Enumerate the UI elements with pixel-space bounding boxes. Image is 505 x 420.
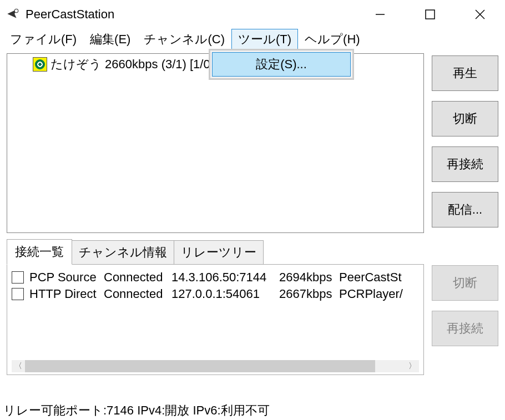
conn-addr: 14.3.106.50:7144 (171, 270, 279, 285)
disconnect-button[interactable]: 切断 (432, 101, 498, 136)
svg-rect-2 (426, 10, 435, 19)
tab-body: PCP Source Connected 14.3.106.50:7144 26… (7, 264, 424, 375)
connection-buttons: 切断 再接続 (432, 240, 498, 375)
conn-proto: PCP Source (29, 270, 104, 285)
conn-proto: HTTP Direct (29, 287, 104, 301)
scroll-right-icon[interactable]: 〉 (406, 360, 419, 372)
minimize-button[interactable] (355, 0, 405, 29)
channel-text: たけぞう 2660kbps (3/1) [1/0 (50, 56, 210, 73)
channel-status-icon (33, 57, 47, 72)
window-controls (355, 0, 505, 29)
tab-relay-tree[interactable]: リレーツリー (174, 240, 264, 265)
status-bar: リレー可能ポート:7146 IPv4:開放 IPv6:利用不可 (3, 402, 270, 419)
menu-file[interactable]: ファイル(F) (3, 29, 83, 50)
app-icon (6, 7, 20, 22)
app-title: PeerCastStation (26, 7, 114, 22)
conn-agent: PCRPlayer/ (339, 287, 403, 301)
channel-list[interactable]: たけぞう 2660kbps (3/1) [1/0 (7, 53, 424, 233)
connection-list[interactable]: PCP Source Connected 14.3.106.50:7144 26… (12, 269, 419, 357)
menu-channel[interactable]: チャンネル(C) (137, 29, 231, 50)
row-checkbox[interactable] (12, 271, 24, 284)
menu-tools[interactable]: ツール(T) (231, 29, 298, 50)
scroll-thumb[interactable] (25, 360, 375, 372)
conn-state: Connected (104, 270, 171, 285)
menu-help[interactable]: ヘルプ(H) (298, 29, 367, 50)
horizontal-scrollbar[interactable]: 〈 〉 (12, 360, 419, 372)
channel-buttons: 再生 切断 再接続 配信... (432, 53, 498, 233)
tab-channel-info[interactable]: チャンネル情報 (72, 240, 174, 265)
tab-connections[interactable]: 接続一覧 (7, 239, 72, 265)
lower-panel: 接続一覧 チャンネル情報 リレーツリー PCP Source Connected… (0, 233, 505, 375)
tabstrip: 接続一覧 チャンネル情報 リレーツリー (7, 240, 424, 265)
menubar: ファイル(F) 編集(E) チャンネル(C) ツール(T) ヘルプ(H) (0, 29, 505, 50)
conn-addr: 127.0.0.1:54061 (171, 287, 279, 301)
scroll-track[interactable] (25, 360, 406, 372)
menu-settings[interactable]: 設定(S)... (212, 52, 351, 77)
broadcast-button[interactable]: 配信... (432, 192, 498, 227)
tabs-container: 接続一覧 チャンネル情報 リレーツリー PCP Source Connected… (7, 240, 424, 375)
scroll-left-icon[interactable]: 〈 (12, 360, 25, 372)
conn-agent: PeerCastSt (339, 270, 402, 285)
tools-dropdown: 設定(S)... (209, 49, 354, 80)
titlebar: PeerCastStation (0, 0, 505, 29)
row-checkbox[interactable] (12, 288, 24, 300)
conn-reconnect-button[interactable]: 再接続 (432, 311, 498, 346)
svg-point-0 (14, 9, 18, 13)
conn-disconnect-button[interactable]: 切断 (432, 265, 498, 301)
play-button[interactable]: 再生 (432, 55, 498, 91)
connection-row[interactable]: PCP Source Connected 14.3.106.50:7144 26… (12, 269, 419, 286)
close-button[interactable] (455, 0, 505, 29)
conn-bw: 2667kbps (279, 287, 339, 301)
connection-row[interactable]: HTTP Direct Connected 127.0.0.1:54061 26… (12, 286, 419, 302)
conn-state: Connected (104, 287, 171, 301)
reconnect-button[interactable]: 再接続 (432, 146, 498, 182)
maximize-button[interactable] (405, 0, 455, 29)
conn-bw: 2694kbps (279, 270, 339, 285)
menu-edit[interactable]: 編集(E) (83, 29, 137, 50)
